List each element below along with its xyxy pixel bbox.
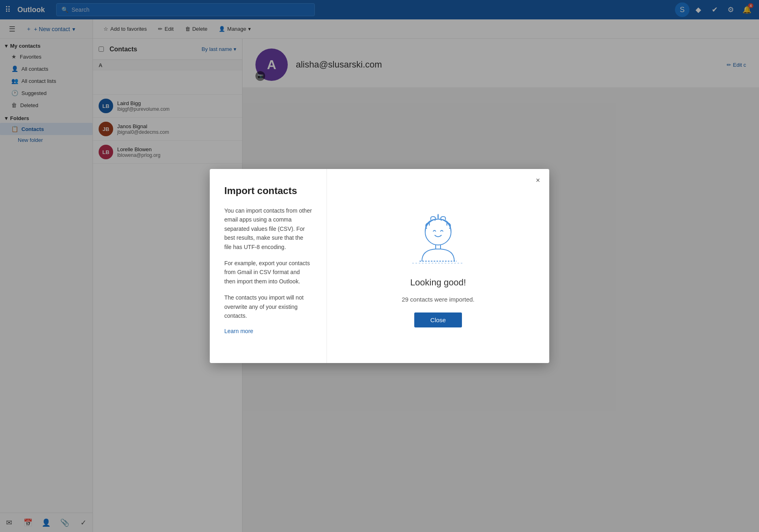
modal-success-title: Looking good! [410, 277, 466, 288]
modal-paragraph-3: The contacts you import will not overwri… [224, 293, 312, 320]
modal-close-x-button[interactable]: × [532, 175, 544, 186]
modal-overlay: × Import contacts You can import contact… [0, 0, 759, 532]
modal-paragraph-1: You can import contacts from other email… [224, 206, 312, 251]
modal-right-panel: Looking good! 29 contacts were imported.… [327, 169, 549, 363]
modal-title: Import contacts [224, 185, 312, 196]
modal-close-button[interactable]: Close [414, 312, 462, 327]
modal-success-desc: 29 contacts were imported. [402, 296, 474, 303]
success-illustration [402, 205, 474, 269]
import-contacts-modal: × Import contacts You can import contact… [210, 169, 549, 363]
learn-more-link[interactable]: Learn more [224, 328, 253, 334]
modal-paragraph-2: For example, export your contacts from G… [224, 259, 312, 286]
modal-left-panel: Import contacts You can import contacts … [210, 169, 327, 363]
